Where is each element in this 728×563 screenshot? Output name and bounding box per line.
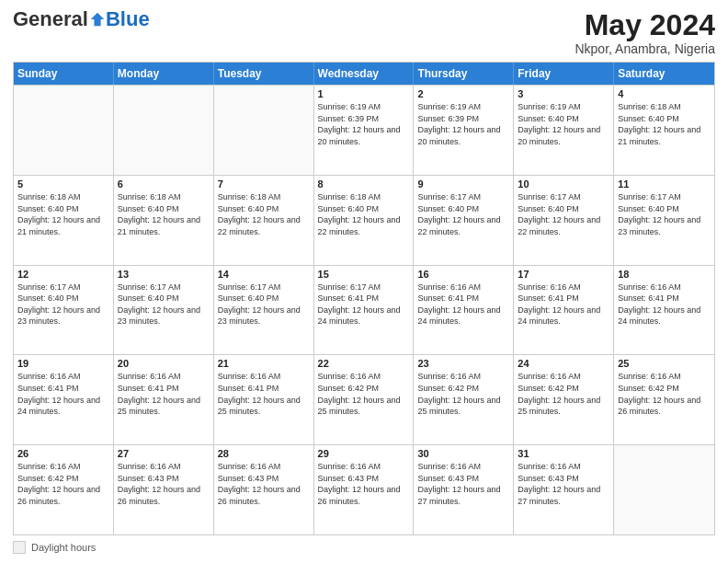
cell-info: Sunrise: 6:17 AM Sunset: 6:40 PM Dayligh…	[518, 191, 609, 237]
calendar-cell: 16Sunrise: 6:16 AM Sunset: 6:41 PM Dayli…	[414, 266, 514, 355]
day-number: 14	[218, 269, 310, 280]
footer: Daylight hours	[13, 541, 715, 554]
calendar-header-cell-saturday: Saturday	[614, 63, 714, 85]
cell-info: Sunrise: 6:17 AM Sunset: 6:40 PM Dayligh…	[618, 191, 711, 237]
calendar-cell: 1Sunrise: 6:19 AM Sunset: 6:39 PM Daylig…	[314, 86, 415, 175]
day-number: 27	[118, 448, 210, 459]
title-block: May 2024 Nkpor, Anambra, Nigeria	[574, 9, 715, 56]
calendar-cell	[114, 86, 214, 175]
day-number: 21	[218, 358, 310, 369]
calendar-cell: 29Sunrise: 6:16 AM Sunset: 6:43 PM Dayli…	[314, 445, 415, 534]
calendar-cell: 17Sunrise: 6:16 AM Sunset: 6:41 PM Dayli…	[514, 266, 614, 355]
day-number: 2	[417, 88, 509, 99]
day-number: 8	[318, 178, 410, 190]
cell-info: Sunrise: 6:16 AM Sunset: 6:41 PM Dayligh…	[518, 282, 609, 327]
calendar-header-cell-monday: Monday	[114, 63, 214, 85]
svg-marker-0	[91, 13, 104, 26]
calendar-cell: 31Sunrise: 6:16 AM Sunset: 6:43 PM Dayli…	[514, 445, 614, 534]
calendar-cell: 11Sunrise: 6:17 AM Sunset: 6:40 PM Dayli…	[614, 176, 714, 265]
calendar-header-cell-sunday: Sunday	[14, 63, 114, 85]
calendar-row-1: 5Sunrise: 6:18 AM Sunset: 6:40 PM Daylig…	[14, 175, 714, 265]
cell-info: Sunrise: 6:17 AM Sunset: 6:40 PM Dayligh…	[417, 191, 509, 237]
calendar-cell: 20Sunrise: 6:16 AM Sunset: 6:41 PM Dayli…	[114, 355, 214, 444]
day-number: 10	[518, 178, 609, 190]
cell-info: Sunrise: 6:16 AM Sunset: 6:42 PM Dayligh…	[318, 371, 410, 417]
cell-info: Sunrise: 6:16 AM Sunset: 6:43 PM Dayligh…	[318, 461, 410, 507]
calendar-header-cell-wednesday: Wednesday	[314, 63, 415, 85]
cell-info: Sunrise: 6:16 AM Sunset: 6:43 PM Dayligh…	[218, 461, 310, 507]
calendar-cell: 22Sunrise: 6:16 AM Sunset: 6:42 PM Dayli…	[314, 355, 415, 444]
cell-info: Sunrise: 6:18 AM Sunset: 6:40 PM Dayligh…	[17, 191, 109, 237]
calendar-cell: 26Sunrise: 6:16 AM Sunset: 6:42 PM Dayli…	[14, 445, 114, 534]
calendar-cell: 27Sunrise: 6:16 AM Sunset: 6:43 PM Dayli…	[114, 445, 214, 534]
cell-info: Sunrise: 6:16 AM Sunset: 6:41 PM Dayligh…	[17, 371, 109, 417]
calendar-row-0: 1Sunrise: 6:19 AM Sunset: 6:39 PM Daylig…	[14, 85, 714, 175]
day-number: 30	[417, 448, 509, 459]
calendar-cell: 4Sunrise: 6:18 AM Sunset: 6:40 PM Daylig…	[614, 86, 714, 175]
cell-info: Sunrise: 6:17 AM Sunset: 6:40 PM Dayligh…	[17, 282, 109, 327]
calendar-cell: 24Sunrise: 6:16 AM Sunset: 6:42 PM Dayli…	[514, 355, 614, 444]
cell-info: Sunrise: 6:18 AM Sunset: 6:40 PM Dayligh…	[118, 191, 210, 237]
page: General Blue May 2024 Nkpor, Anambra, Ni…	[0, 0, 728, 563]
day-number: 31	[518, 448, 609, 459]
cell-info: Sunrise: 6:16 AM Sunset: 6:43 PM Dayligh…	[118, 461, 210, 507]
calendar-cell: 21Sunrise: 6:16 AM Sunset: 6:41 PM Dayli…	[214, 355, 314, 444]
calendar-header-cell-tuesday: Tuesday	[214, 63, 314, 85]
calendar-cell: 5Sunrise: 6:18 AM Sunset: 6:40 PM Daylig…	[14, 176, 114, 265]
logo: General Blue	[13, 9, 150, 29]
cell-info: Sunrise: 6:16 AM Sunset: 6:42 PM Dayligh…	[17, 461, 109, 507]
calendar-cell: 14Sunrise: 6:17 AM Sunset: 6:40 PM Dayli…	[214, 266, 314, 355]
cell-info: Sunrise: 6:18 AM Sunset: 6:40 PM Dayligh…	[218, 191, 310, 237]
day-number: 15	[318, 269, 410, 280]
calendar-cell: 10Sunrise: 6:17 AM Sunset: 6:40 PM Dayli…	[514, 176, 614, 265]
header: General Blue May 2024 Nkpor, Anambra, Ni…	[13, 9, 715, 56]
day-number: 7	[218, 178, 310, 190]
cell-info: Sunrise: 6:16 AM Sunset: 6:41 PM Dayligh…	[417, 282, 509, 327]
day-number: 25	[618, 358, 711, 369]
calendar-cell: 18Sunrise: 6:16 AM Sunset: 6:41 PM Dayli…	[614, 266, 714, 355]
logo-blue-text: Blue	[106, 9, 150, 29]
calendar-cell: 6Sunrise: 6:18 AM Sunset: 6:40 PM Daylig…	[114, 176, 214, 265]
calendar-cell: 13Sunrise: 6:17 AM Sunset: 6:40 PM Dayli…	[114, 266, 214, 355]
cell-info: Sunrise: 6:16 AM Sunset: 6:43 PM Dayligh…	[417, 461, 509, 507]
cell-info: Sunrise: 6:17 AM Sunset: 6:40 PM Dayligh…	[118, 282, 210, 327]
cell-info: Sunrise: 6:16 AM Sunset: 6:41 PM Dayligh…	[118, 371, 210, 417]
month-title: May 2024	[574, 9, 715, 41]
location: Nkpor, Anambra, Nigeria	[574, 41, 715, 56]
cell-info: Sunrise: 6:19 AM Sunset: 6:39 PM Dayligh…	[417, 101, 509, 147]
calendar-cell	[214, 86, 314, 175]
cell-info: Sunrise: 6:16 AM Sunset: 6:41 PM Dayligh…	[218, 371, 310, 417]
day-number: 18	[618, 269, 711, 280]
cell-info: Sunrise: 6:16 AM Sunset: 6:41 PM Dayligh…	[618, 282, 711, 327]
calendar-cell: 8Sunrise: 6:18 AM Sunset: 6:40 PM Daylig…	[314, 176, 415, 265]
daylight-box	[13, 541, 26, 554]
day-number: 17	[518, 269, 609, 280]
day-number: 28	[218, 448, 310, 459]
day-number: 16	[417, 269, 509, 280]
calendar-cell: 9Sunrise: 6:17 AM Sunset: 6:40 PM Daylig…	[414, 176, 514, 265]
day-number: 11	[618, 178, 711, 190]
calendar-row-4: 26Sunrise: 6:16 AM Sunset: 6:42 PM Dayli…	[14, 444, 714, 534]
day-number: 3	[518, 88, 609, 99]
calendar-cell: 2Sunrise: 6:19 AM Sunset: 6:39 PM Daylig…	[414, 86, 514, 175]
cell-info: Sunrise: 6:19 AM Sunset: 6:39 PM Dayligh…	[318, 101, 410, 147]
daylight-label: Daylight hours	[31, 542, 96, 553]
calendar-body: 1Sunrise: 6:19 AM Sunset: 6:39 PM Daylig…	[14, 85, 714, 534]
logo-icon	[89, 11, 106, 28]
calendar-header: SundayMondayTuesdayWednesdayThursdayFrid…	[14, 63, 714, 85]
calendar-header-cell-thursday: Thursday	[414, 63, 514, 85]
day-number: 13	[118, 269, 210, 280]
calendar-cell: 12Sunrise: 6:17 AM Sunset: 6:40 PM Dayli…	[14, 266, 114, 355]
day-number: 12	[17, 269, 109, 280]
calendar-cell: 19Sunrise: 6:16 AM Sunset: 6:41 PM Dayli…	[14, 355, 114, 444]
calendar-cell: 7Sunrise: 6:18 AM Sunset: 6:40 PM Daylig…	[214, 176, 314, 265]
day-number: 1	[318, 88, 410, 99]
calendar-cell	[614, 445, 714, 534]
cell-info: Sunrise: 6:16 AM Sunset: 6:42 PM Dayligh…	[518, 371, 609, 417]
calendar-row-3: 19Sunrise: 6:16 AM Sunset: 6:41 PM Dayli…	[14, 354, 714, 444]
cell-info: Sunrise: 6:18 AM Sunset: 6:40 PM Dayligh…	[318, 191, 410, 237]
calendar-row-2: 12Sunrise: 6:17 AM Sunset: 6:40 PM Dayli…	[14, 265, 714, 355]
day-number: 20	[118, 358, 210, 369]
cell-info: Sunrise: 6:16 AM Sunset: 6:42 PM Dayligh…	[417, 371, 509, 417]
calendar-header-cell-friday: Friday	[514, 63, 614, 85]
